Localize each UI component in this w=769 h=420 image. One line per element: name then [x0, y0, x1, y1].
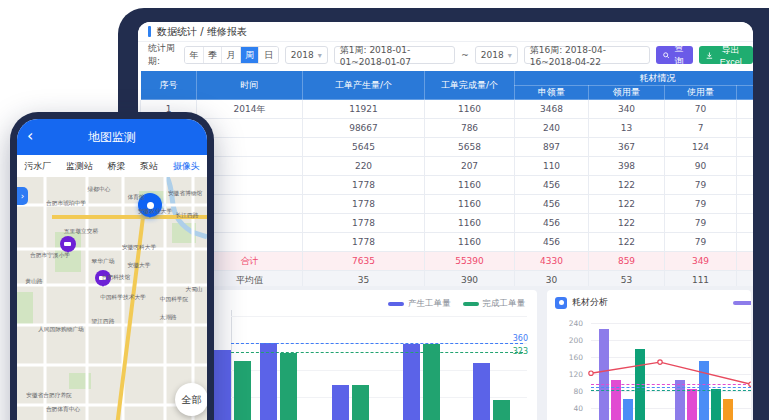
week-to-value: 第16周: 2018-04-16~2018-04-22 — [530, 44, 644, 67]
back-icon[interactable]: ‹ — [27, 126, 33, 146]
breadcrumb-text: 数据统计 / 维修报表 — [157, 25, 247, 39]
map-view[interactable]: › 全部 绿都中心体育馆合肥市琥珀中学安徽农业大学安徽省博物馆长江西路五里墩立交… — [17, 177, 207, 420]
table-cell: 79 — [665, 233, 737, 252]
map-place-label: 人民国际购物广场 — [38, 325, 84, 334]
year-from-value: 2018 — [291, 50, 314, 60]
table-cell: 349 — [665, 252, 737, 271]
map-place-label: 安徽农业大学 — [138, 207, 172, 216]
period-segment-年[interactable]: 年 — [185, 47, 204, 63]
table-cell: 456 — [515, 214, 589, 233]
table-row: 12014年119211160346834070250 — [141, 100, 754, 119]
bar-完成工单量 — [234, 361, 251, 420]
average-dash-line — [231, 352, 523, 353]
phone-screen: ‹ 地图监测 污水厂监测站桥梁泵站摄像头 — [17, 119, 207, 420]
sub-column-header: 领用量 — [589, 86, 665, 100]
table-cell: 5658 — [425, 138, 515, 157]
map-place-label: 安徽省合肥疗养院 — [26, 391, 72, 400]
phone-tab-泵站[interactable]: 泵站 — [140, 160, 158, 173]
period-segment-日[interactable]: 日 — [259, 47, 277, 63]
group-column-header: 耗材情况 — [515, 71, 754, 86]
phone-tab-bar: 污水厂监测站桥梁泵站摄像头 — [17, 155, 207, 177]
table-header: 序号时间工单产生量/个工单完成量/个耗材情况申领量领用量使用量库存量 — [141, 71, 754, 100]
map-place-label: 绿都中心 — [88, 185, 111, 194]
week-from-input[interactable]: 第1周: 2018-01-01~2018-01-07 — [334, 46, 456, 64]
table-header-row: 序号时间工单产生量/个工单完成量/个耗材情况 — [141, 71, 754, 86]
phone-header: ‹ 地图监测 — [17, 119, 207, 155]
period-segment-月[interactable]: 月 — [222, 47, 241, 63]
filter-label: 统计周期: — [148, 42, 178, 68]
table-cell: 98667 — [303, 119, 425, 138]
search-button[interactable]: 查询 — [656, 46, 693, 64]
bar-产生工单量 — [332, 385, 349, 420]
y-axis-line — [231, 310, 232, 420]
table-cell: 398 — [589, 157, 665, 176]
phone-tab-监测站[interactable]: 监测站 — [66, 160, 93, 173]
year-to-value: 2018 — [481, 50, 504, 60]
table-cell: 55390 — [425, 252, 515, 271]
table-row: 8177811604561227967 — [141, 233, 754, 252]
map-place-label: 望江西路 — [92, 317, 115, 326]
table-cell: 124 — [665, 138, 737, 157]
phone-tab-污水厂[interactable]: 污水厂 — [24, 160, 51, 173]
bar-产生工单量 — [473, 363, 490, 420]
search-icon — [663, 51, 670, 60]
map-place-label: 中国科学技术大学 — [100, 293, 146, 302]
table-cell: 67 — [737, 214, 754, 233]
legend-item: 产生工单量 — [388, 298, 451, 310]
table-body: 12014年1192111603468340702502986677862401… — [141, 100, 754, 290]
consumables-chart-card: 耗材分析 2402001601208040 — [547, 290, 751, 420]
table-cell: 1778 — [303, 195, 425, 214]
average-line-label: 323 — [498, 347, 528, 356]
phone-tab-桥梁[interactable]: 桥梁 — [107, 160, 125, 173]
table-row: 7177811604561227967 — [141, 214, 754, 233]
map-layer-expander[interactable]: › — [17, 187, 28, 205]
period-segment-周[interactable]: 周 — [241, 47, 260, 63]
average-line-label: 360 — [498, 334, 528, 343]
year-from-select[interactable]: 2018 ▾ — [285, 46, 328, 64]
trend-line — [547, 290, 751, 420]
map-place-label: 大蜀山 — [185, 285, 202, 294]
export-button-label: 导出Excel — [716, 44, 746, 67]
legend-swatch — [388, 302, 404, 306]
period-segmented-control: 年季月周日 — [184, 46, 279, 64]
table-cell: 1778 — [303, 214, 425, 233]
table-cell: 129 — [737, 138, 754, 157]
table-cell: 11921 — [303, 100, 425, 119]
table-cell: 70 — [665, 100, 737, 119]
table-cell: 456 — [515, 176, 589, 195]
column-header: 工单完成量/个 — [425, 71, 515, 100]
phone-tab-摄像头[interactable]: 摄像头 — [173, 160, 200, 173]
year-to-select[interactable]: 2018 ▾ — [475, 46, 518, 64]
week-from-value: 第1周: 2018-01-01~2018-01-07 — [340, 44, 450, 67]
week-to-input[interactable]: 第16周: 2018-04-16~2018-04-22 — [524, 46, 650, 64]
map-place-label: 合肥体育中心 — [46, 405, 80, 414]
table-cell: 1778 — [303, 233, 425, 252]
table-cell: 122 — [589, 233, 665, 252]
table-cell: 67 — [737, 233, 754, 252]
dashboard-panel: 数据统计 / 维修报表 统计周期: 年季月周日 2018 ▾ 第1周: 2018… — [138, 22, 753, 420]
table-cell: 367 — [589, 138, 665, 157]
column-header: 工单产生量/个 — [303, 71, 425, 100]
search-button-label: 查询 — [672, 42, 685, 68]
map-place-label: 中国科学院 — [160, 295, 189, 304]
map-place-label: 五里墩立交桥 — [64, 227, 98, 236]
table-cell: 456 — [515, 195, 589, 214]
bar-产生工单量 — [260, 343, 277, 420]
chart-legend: 产生工单量完成工单量 — [388, 298, 525, 310]
camera-pin[interactable] — [60, 236, 76, 252]
table-row: 42202071103989019 — [141, 157, 754, 176]
table-cell: 1160 — [425, 214, 515, 233]
table-cell: 1160 — [425, 195, 515, 214]
bar-产生工单量 — [403, 344, 420, 420]
sub-column-header: 使用量 — [665, 86, 737, 100]
legend-swatch — [463, 302, 479, 306]
export-excel-button[interactable]: 导出Excel — [699, 46, 753, 64]
bar-完成工单量 — [493, 400, 510, 420]
period-segment-季[interactable]: 季 — [204, 47, 223, 63]
map-place-label: 黄山路 — [25, 277, 42, 286]
map-place-label: 安徽医科大学 — [122, 243, 156, 252]
table-cell: 7635 — [303, 252, 425, 271]
range-tilde: ~ — [461, 50, 469, 60]
show-all-button[interactable]: 全部 — [175, 383, 207, 416]
table-row: 5177811604561227967 — [141, 176, 754, 195]
